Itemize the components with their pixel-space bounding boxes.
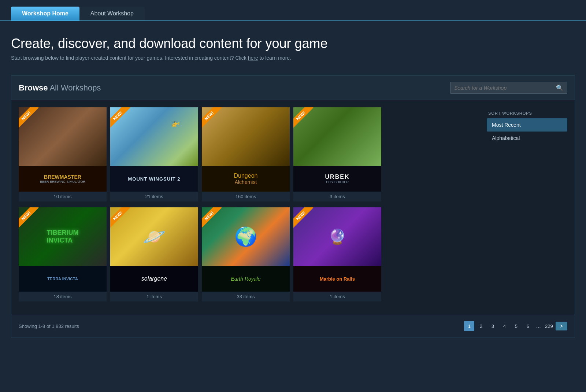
card-items-marble: 1 items — [293, 292, 381, 302]
new-badge: NEW! — [202, 207, 227, 233]
new-badge: NEW! — [19, 207, 44, 233]
card-logo-earth: Earth Royale — [202, 266, 290, 292]
card-image-brewmaster: NEW! — [19, 107, 107, 166]
card-items-earth: 33 items — [202, 292, 290, 302]
pagination-bar: Showing 1-8 of 1,832 results 1 2 3 4 5 6… — [11, 315, 575, 337]
card-items-mount: 21 items — [110, 192, 198, 201]
card-image-marble: NEW! 🔮 — [293, 207, 381, 266]
page-4[interactable]: 4 — [499, 321, 509, 331]
new-badge: NEW! — [110, 107, 136, 133]
workshop-body: NEW! BREWMASTER BEER BREWING SIMULATOR 1… — [11, 100, 575, 315]
search-icon[interactable]: 🔍 — [556, 84, 563, 91]
card-mount-wingsuit[interactable]: NEW! 🚁 MOUNT WINGSUIT 2 21 items — [110, 107, 198, 201]
marble-icon: 🔮 — [328, 228, 346, 245]
card-logo-tiberium: TERRA INVICTA — [19, 266, 107, 292]
page-3[interactable]: 3 — [487, 321, 498, 331]
card-earth-royale[interactable]: NEW! 🌍 Earth Royale 33 items — [202, 207, 290, 302]
sort-title: SORT WORKSHOPS — [487, 111, 567, 115]
page-dots: ... — [534, 323, 542, 329]
card-image-dungeon: NEW! — [202, 107, 290, 166]
card-dungeon-alchemist[interactable]: NEW! Dungeon Alchemist 160 items — [202, 107, 290, 201]
card-logo-solargene: solargene — [110, 266, 198, 292]
sort-sidebar: SORT WORKSHOPS Most Recent Alphabetical — [487, 107, 567, 307]
card-items-solargene: 1 items — [110, 292, 198, 302]
helicopter-icon: 🚁 — [171, 118, 180, 127]
hero-description: Start browsing below to find player-crea… — [11, 55, 575, 61]
browse-title: Browse All Workshops — [19, 83, 101, 93]
tab-about-workshop[interactable]: About Workshop — [79, 7, 145, 21]
browse-container: Browse All Workshops 🔍 NEW! BREWMASTER B… — [11, 75, 575, 337]
card-image-solargene: NEW! 🪐 — [110, 207, 198, 266]
page-1[interactable]: 1 — [464, 321, 474, 331]
page-2[interactable]: 2 — [476, 321, 486, 331]
globe-icon: 🌍 — [234, 226, 257, 247]
new-badge: NEW! — [19, 107, 44, 133]
card-logo-mount: MOUNT WINGSUIT 2 — [110, 166, 198, 192]
learn-more-link[interactable]: here — [248, 55, 258, 61]
hero-headline: Create, discover, and download content f… — [11, 36, 575, 51]
card-image-earth: NEW! 🌍 — [202, 207, 290, 266]
card-solargene[interactable]: NEW! 🪐 solargene 1 items — [110, 207, 198, 302]
planet-icon: 🪐 — [143, 226, 166, 247]
card-tiberium[interactable]: NEW! TIBERIUMINVICTA TERRA INVICTA 18 it… — [19, 207, 107, 302]
sort-most-recent[interactable]: Most Recent — [487, 118, 567, 132]
new-badge: NEW! — [293, 207, 319, 233]
pagination-info: Showing 1-8 of 1,832 results — [19, 323, 79, 329]
card-marble-on-rails[interactable]: NEW! 🔮 Marble on Rails 1 items — [293, 207, 381, 302]
page-6[interactable]: 6 — [523, 321, 533, 331]
card-brewmaster[interactable]: NEW! BREWMASTER BEER BREWING SIMULATOR 1… — [19, 107, 107, 201]
hero-section: Create, discover, and download content f… — [0, 21, 586, 68]
workshop-grid: NEW! BREWMASTER BEER BREWING SIMULATOR 1… — [19, 107, 479, 307]
card-items-tiberium: 18 items — [19, 292, 107, 302]
card-image-mount: NEW! 🚁 — [110, 107, 198, 166]
page-last[interactable]: 229 — [544, 321, 554, 331]
card-logo-urbek: URBEK CITY BUILDER — [293, 166, 381, 192]
tab-workshop-home[interactable]: Workshop Home — [11, 7, 79, 21]
tab-bar: Workshop Home About Workshop — [0, 0, 586, 21]
card-logo-brewmaster: BREWMASTER BEER BREWING SIMULATOR — [19, 166, 107, 192]
workshop-row-2: NEW! TIBERIUMINVICTA TERRA INVICTA 18 it… — [19, 207, 479, 302]
card-items-dungeon: 160 items — [202, 192, 290, 201]
new-badge: NEW! — [110, 207, 136, 233]
card-items-brewmaster: 10 items — [19, 192, 107, 201]
search-input[interactable] — [454, 85, 556, 91]
search-box[interactable]: 🔍 — [450, 82, 567, 94]
card-logo-marble: Marble on Rails — [293, 266, 381, 292]
card-image-tiberium: NEW! TIBERIUMINVICTA — [19, 207, 107, 266]
browse-header: Browse All Workshops 🔍 — [11, 76, 575, 100]
page-5[interactable]: 5 — [511, 321, 521, 331]
page-next-button[interactable]: > — [556, 322, 567, 330]
pagination-pages: 1 2 3 4 5 6 ... 229 > — [464, 321, 567, 331]
sort-alphabetical[interactable]: Alphabetical — [487, 132, 567, 145]
workshop-row-1: NEW! BREWMASTER BEER BREWING SIMULATOR 1… — [19, 107, 479, 201]
card-logo-dungeon: Dungeon Alchemist — [202, 166, 290, 192]
card-items-urbek: 3 items — [293, 192, 381, 201]
card-image-urbek: NEW! — [293, 107, 381, 166]
new-badge: NEW! — [202, 107, 227, 133]
new-badge: NEW! — [293, 107, 319, 133]
card-urbek[interactable]: NEW! URBEK CITY BUILDER 3 items — [293, 107, 381, 201]
